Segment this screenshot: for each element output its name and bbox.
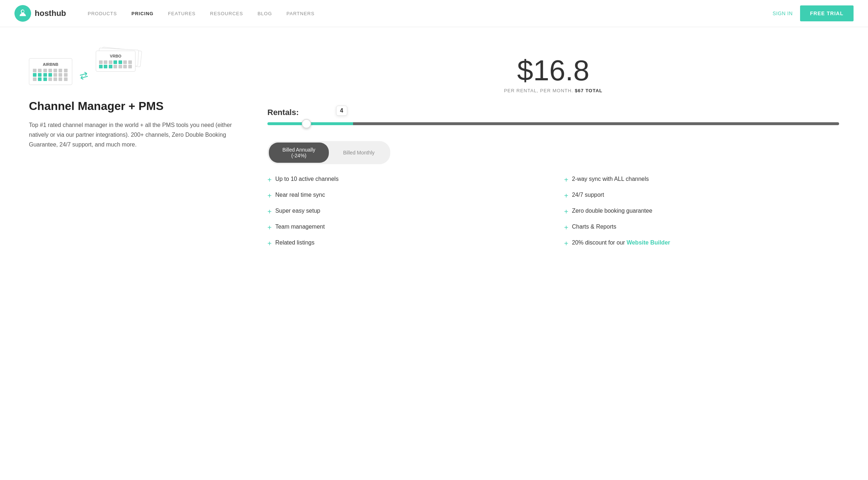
nav-partners[interactable]: PARTNERS xyxy=(287,11,315,16)
billing-toggle: Billed Annually (-24%) Billed Monthly xyxy=(267,141,390,164)
feature-team-management: + Team management xyxy=(267,223,542,232)
feature-text: Zero double booking guarantee xyxy=(572,207,652,215)
nav-links: PRODUCTS PRICING FEATURES RESOURCES BLOG… xyxy=(88,11,773,16)
rentals-label: Rentals: xyxy=(267,108,299,117)
feature-247-support: + 24/7 support xyxy=(564,191,839,200)
billing-monthly-button[interactable]: Billed Monthly xyxy=(329,143,389,163)
navbar: hosthub PRODUCTS PRICING FEATURES RESOUR… xyxy=(0,0,868,27)
slider-tooltip: 4 xyxy=(336,106,347,116)
price-subtitle: PER RENTAL, PER MONTH. $67 TOTAL xyxy=(267,88,839,93)
feature-active-channels: + Up to 10 active channels xyxy=(267,175,542,184)
feature-no-double-booking: + Zero double booking guarantee xyxy=(564,207,839,216)
cal-cell xyxy=(33,69,36,72)
cal-cell xyxy=(43,77,47,81)
feature-text: Related listings xyxy=(275,239,315,247)
cal-cell xyxy=(59,73,62,77)
airbnb-label: AIRBNB xyxy=(33,62,68,67)
product-illustration: AIRBNB xyxy=(29,49,239,85)
nav-pricing[interactable]: PRICING xyxy=(132,11,154,16)
vrbo-grid-front xyxy=(99,60,132,68)
feature-easy-setup: + Super easy setup xyxy=(267,207,542,216)
cal-cell xyxy=(109,60,112,64)
cal-cell xyxy=(43,69,47,72)
cal-cell xyxy=(33,73,36,77)
cal-cell xyxy=(123,60,127,64)
feature-plus-icon: + xyxy=(267,191,272,200)
airbnb-calendar: AIRBNB xyxy=(29,58,72,85)
product-title: Channel Manager + PMS xyxy=(29,99,239,113)
cal-cell xyxy=(53,77,57,81)
billing-annually-button[interactable]: Billed Annually (-24%) xyxy=(269,143,329,163)
cal-cell xyxy=(48,73,52,77)
cal-cell xyxy=(64,73,68,77)
cal-cell xyxy=(123,65,127,68)
feature-plus-icon: + xyxy=(564,175,568,184)
feature-charts-reports: + Charts & Reports xyxy=(564,223,839,232)
feature-plus-icon: + xyxy=(267,207,272,216)
nav-features[interactable]: FEATURES xyxy=(168,11,195,16)
feature-text: Up to 10 active channels xyxy=(275,175,339,183)
cal-cell xyxy=(38,73,42,77)
product-description: Top #1 rated channel manager in the worl… xyxy=(29,120,239,150)
logo-text: hosthub xyxy=(35,9,66,18)
cal-cell xyxy=(59,77,62,81)
airbnb-grid xyxy=(33,69,68,81)
cal-cell xyxy=(48,69,52,72)
feature-text: Near real time sync xyxy=(275,191,325,199)
feature-plus-icon: + xyxy=(564,207,568,216)
cal-cell xyxy=(48,77,52,81)
feature-plus-icon: + xyxy=(564,223,568,232)
nav-blog[interactable]: BLOG xyxy=(258,11,272,16)
logo-svg xyxy=(18,9,27,18)
cal-cell xyxy=(38,77,42,81)
feature-plus-icon: + xyxy=(267,223,272,232)
main-content: AIRBNB xyxy=(0,27,868,480)
cal-cell xyxy=(119,60,122,64)
feature-2way-sync: + 2-way sync with ALL channels xyxy=(564,175,839,184)
logo-icon xyxy=(14,5,31,22)
vrbo-card-front: VRBO xyxy=(96,51,136,72)
feature-website-builder: + 20% discount for our Website Builder xyxy=(564,239,839,248)
rentals-section: Rentals: 4 xyxy=(267,108,839,127)
feature-text: Charts & Reports xyxy=(572,223,616,231)
cal-cell xyxy=(113,65,117,68)
nav-actions: SIGN IN FREE TRIAL xyxy=(773,5,854,21)
sign-in-link[interactable]: SIGN IN xyxy=(773,10,793,16)
cal-cell xyxy=(59,69,62,72)
cal-cell xyxy=(53,69,57,72)
cal-cell xyxy=(128,60,132,64)
rentals-label-row: Rentals: xyxy=(267,108,839,117)
feature-text: Team management xyxy=(275,223,325,231)
features-grid: + Up to 10 active channels + 2-way sync … xyxy=(267,175,839,248)
vrbo-label-front: VRBO xyxy=(99,54,132,58)
feature-plus-icon: + xyxy=(267,175,272,184)
feature-realtime-sync: + Near real time sync xyxy=(267,191,542,200)
cal-cell xyxy=(109,65,112,68)
feature-text: 24/7 support xyxy=(572,191,604,199)
free-trial-button[interactable]: FREE TRIAL xyxy=(800,5,854,21)
cal-cell xyxy=(38,69,42,72)
cal-cell xyxy=(33,77,36,81)
price-amount: $16.8 xyxy=(267,56,839,85)
cal-cell xyxy=(104,60,107,64)
cal-cell xyxy=(53,73,57,77)
nav-products[interactable]: PRODUCTS xyxy=(88,11,117,16)
sync-arrow-icon: ⇄ xyxy=(78,69,89,82)
slider-container: 4 xyxy=(267,120,839,127)
cal-cell xyxy=(104,65,107,68)
per-rental-text: PER RENTAL, PER MONTH. xyxy=(504,88,573,93)
feature-plus-icon: + xyxy=(564,239,568,248)
discount-text: 20% discount for our xyxy=(572,239,627,246)
price-display: $16.8 PER RENTAL, PER MONTH. $67 TOTAL xyxy=(267,56,839,93)
logo-link[interactable]: hosthub xyxy=(14,5,66,22)
feature-text: 2-way sync with ALL channels xyxy=(572,175,649,183)
cal-cell xyxy=(128,65,132,68)
cal-cell xyxy=(99,60,103,64)
website-builder-link[interactable]: Website Builder xyxy=(627,239,670,246)
rentals-slider[interactable] xyxy=(267,122,839,125)
nav-resources[interactable]: RESOURCES xyxy=(210,11,243,16)
cal-cell xyxy=(64,69,68,72)
cal-cell xyxy=(113,60,117,64)
feature-plus-icon: + xyxy=(564,191,568,200)
cal-cell xyxy=(43,73,47,77)
